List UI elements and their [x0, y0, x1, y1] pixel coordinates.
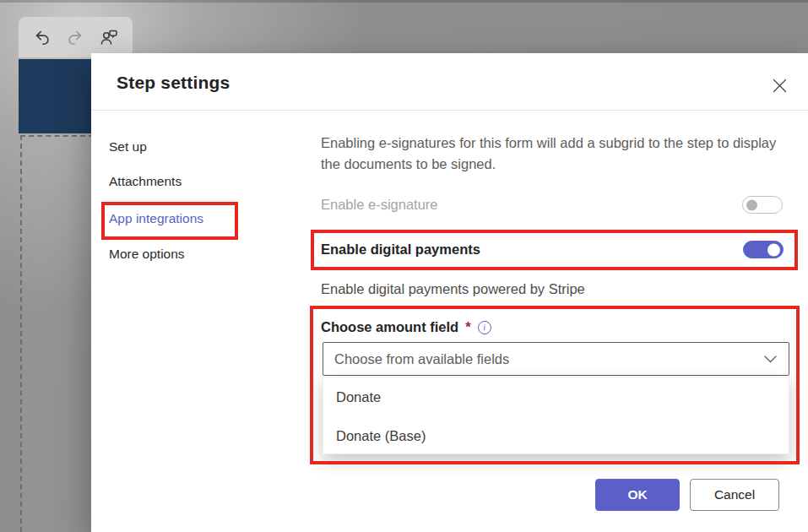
sidebar-item-attachments[interactable]: Attachments — [109, 174, 244, 193]
chevron-down-icon — [764, 356, 789, 363]
sidebar-item-set-up[interactable]: Set up — [109, 139, 244, 158]
amount-field-options-list: Donate Donate (Base) — [323, 377, 789, 454]
combobox-value: Choose from available fields — [323, 351, 764, 367]
amount-field-label-row: Choose amount field * i — [321, 319, 491, 335]
ok-button[interactable]: OK — [595, 479, 680, 511]
header-divider — [91, 110, 808, 111]
info-icon[interactable]: i — [478, 321, 491, 334]
dialog-title: Step settings — [117, 73, 230, 93]
option-donate[interactable]: Donate — [323, 377, 789, 416]
sidebar-item-app-integrations[interactable]: App integrations — [109, 211, 244, 230]
amount-field-combobox[interactable]: Choose from available fields — [323, 342, 789, 376]
esignature-toggle — [742, 196, 783, 214]
payments-description: Enable digital payments powered by Strip… — [321, 281, 585, 297]
option-donate-base[interactable]: Donate (Base) — [323, 416, 789, 455]
payments-toggle[interactable] — [743, 241, 784, 258]
esignature-toggle-label: Enable e-signature — [321, 197, 438, 213]
esignature-description: Enabling e-signatures for this form will… — [321, 133, 781, 175]
comments-person-icon[interactable] — [98, 26, 120, 48]
canvas-floating-toolbar — [19, 17, 133, 57]
required-marker: * — [464, 319, 470, 335]
sidebar-item-more-options[interactable]: More options — [109, 247, 244, 265]
undo-icon[interactable] — [31, 26, 53, 48]
step-settings-dialog: Step settings Set up Attachments App int… — [91, 53, 808, 532]
close-icon[interactable] — [767, 73, 792, 98]
payments-toggle-label: Enable digital payments — [321, 242, 480, 258]
toggle-knob — [767, 243, 780, 256]
cancel-button[interactable]: Cancel — [690, 479, 779, 511]
toggle-knob — [746, 199, 757, 210]
redo-icon[interactable] — [64, 26, 86, 48]
screen: Step settings Set up Attachments App int… — [0, 0, 808, 532]
amount-field-label: Choose amount field — [321, 319, 458, 335]
